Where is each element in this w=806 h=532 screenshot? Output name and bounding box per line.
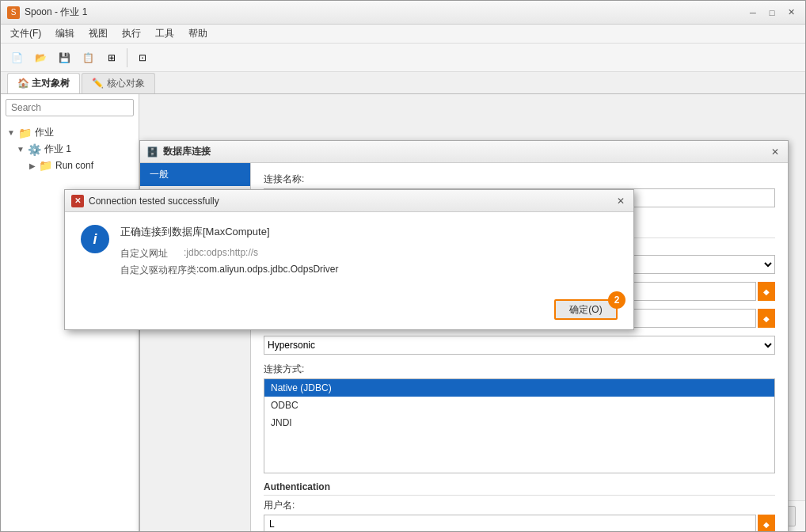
toolbar-new[interactable]: 📄 [6,47,28,69]
menu-help[interactable]: 帮助 [182,25,214,42]
username-edit-button[interactable]: ◆ [758,515,775,531]
tree-item-runconf[interactable]: ▶ 📁 Run conf [1,158,139,173]
success-main-text: 正确连接到数据库[MaxCompute] [120,225,618,239]
menu-view[interactable]: 视图 [82,25,114,42]
hypersonic-select[interactable]: Hypersonic [264,336,775,355]
detail1-label: 自定义网址 [120,247,184,260]
jndi-label: JNDI [271,417,292,428]
conn-method-jdbc[interactable]: Native (JDBC) [264,379,774,397]
panel-menu-general[interactable]: 一般 [140,163,250,186]
db-dialog-icon: 🗄️ [146,146,158,158]
success-titlebar: ✕ Connection tested successfully ✕ [65,190,633,212]
tree-item-job[interactable]: ▼ 📁 作业 [1,124,139,141]
tree-arrow-job1: ▼ [17,145,25,154]
success-content: 正确连接到数据库[MaxCompute] 自定义网址 :jdbc:odps:ht… [120,225,618,280]
app-icon: S [7,6,20,19]
success-title-text: ✕ Connection tested successfully [71,195,219,207]
tree-item-job1[interactable]: ▼ ⚙️ 作业 1 [1,141,139,158]
detail2-label: 自定义驱动程序类 [120,264,196,277]
tab-icon-main: 🏠 [17,78,32,89]
driver-edit-button[interactable]: ◆ [758,309,775,328]
hypersonic-row: Hypersonic [264,336,775,355]
username-input-row: ◆ [264,515,775,531]
tab-core-objects[interactable]: ✏️ 核心对象 [82,73,154,93]
job-icon: ⚙️ [28,143,41,156]
success-detail-1: 自定义网址 :jdbc:odps:http://s [120,247,618,260]
tree-label-runconf: Run conf [55,160,93,171]
tab-bar: 🏠 主对象树 ✏️ 核心对象 [1,72,805,94]
conn-method-row: 连接方式: Native (JDBC) ODBC JNDI [264,363,775,473]
success-close-btn[interactable]: ✕ [614,195,627,207]
tree-label-job: 作业 [35,126,54,139]
runconf-icon: 📁 [39,159,52,172]
tree-arrow-run: ▶ [29,162,36,170]
conn-method-odbc[interactable]: ODBC [264,397,774,414]
menu-run[interactable]: 执行 [116,25,147,42]
close-button[interactable]: ✕ [783,5,799,21]
toolbar: 📄 📂 💾 📋 ⊞ ⊡ [1,44,805,72]
menu-edit[interactable]: 编辑 [49,25,81,42]
minimize-button[interactable]: ─ [745,5,761,21]
title-bar: S Spoon - 作业 1 ─ □ ✕ [1,1,805,25]
conn-name-label: 连接名称: [264,173,775,186]
title-bar-left: S Spoon - 作业 1 [7,6,87,19]
conn-method-list: Native (JDBC) ODBC JNDI [264,378,775,473]
window-controls: ─ □ ✕ [745,5,799,21]
sidebar-search-container [6,99,134,116]
detail1-value: :jdbc:odps:http://s [184,247,618,260]
tab-core-label: 核心对象 [107,78,145,89]
tab-icon-core: ✏️ [92,78,106,89]
db-dialog-title: 🗄️ 数据库连接 [146,145,211,158]
success-footer: 确定(O) 2 [65,293,633,329]
username-row: 用户名: ◆ [264,499,775,531]
tree-arrow-job: ▼ [7,128,15,137]
conn-method-label: 连接方式: [264,363,775,376]
jdbc-label: Native (JDBC) [271,382,332,393]
main-window: S Spoon - 作业 1 ─ □ ✕ 文件(F) 编辑 视图 执行 工具 帮… [0,0,806,532]
search-input[interactable] [6,99,134,116]
success-body: i 正确连接到数据库[MaxCompute] 自定义网址 :jdbc:odps:… [65,212,633,293]
tree-label-job1: 作业 1 [44,142,71,156]
menu-file[interactable]: 文件(F) [4,25,48,42]
toolbar-layers[interactable]: ⊞ [101,47,123,69]
username-label: 用户名: [264,499,775,512]
folder-icon: 📁 [18,127,32,139]
url-edit-button[interactable]: ◆ [758,282,775,301]
db-dialog-titlebar: 🗄️ 数据库连接 ✕ [140,141,788,163]
db-dialog-close[interactable]: ✕ [769,146,781,158]
menu-tools[interactable]: 工具 [149,25,181,42]
success-dialog-icon: ✕ [71,195,84,207]
menu-bar: 文件(F) 编辑 视图 执行 工具 帮助 [1,25,805,44]
maximize-button[interactable]: □ [764,5,780,21]
db-dialog-title-text: 数据库连接 [163,145,211,158]
badge-2: 2 [608,291,625,309]
info-icon: i [81,225,109,253]
odbc-label: ODBC [271,400,298,411]
success-dialog: ✕ Connection tested successfully ✕ i 正确连… [64,189,634,330]
window-title: Spoon - 作业 1 [25,6,87,19]
detail2-value: :com.aliyun.odps.jdbc.OdpsDriver [196,264,618,277]
toolbar-save[interactable]: 💾 [53,47,75,69]
toolbar-saveas[interactable]: 📋 [77,47,99,69]
conn-method-jndi[interactable]: JNDI [264,414,774,431]
toolbar-open[interactable]: 📂 [29,47,51,69]
username-input[interactable] [264,515,756,531]
success-detail-2: 自定义驱动程序类 :com.aliyun.odps.jdbc.OdpsDrive… [120,264,618,277]
tab-main-objects[interactable]: 🏠 主对象树 [7,73,80,93]
toolbar-extra1[interactable]: ⊡ [131,47,154,69]
menu-general-label: 一般 [150,169,169,180]
toolbar-sep [127,48,127,67]
success-title-label: Connection tested successfully [89,196,219,207]
auth-section-title: Authentication [264,481,775,496]
ok-btn-wrapper: 确定(O) 2 [554,299,618,320]
content-area: ▼ 📁 作业 ▼ ⚙️ 作业 1 ▶ 📁 Run conf [1,94,805,531]
tab-main-label: 主对象树 [32,78,70,89]
